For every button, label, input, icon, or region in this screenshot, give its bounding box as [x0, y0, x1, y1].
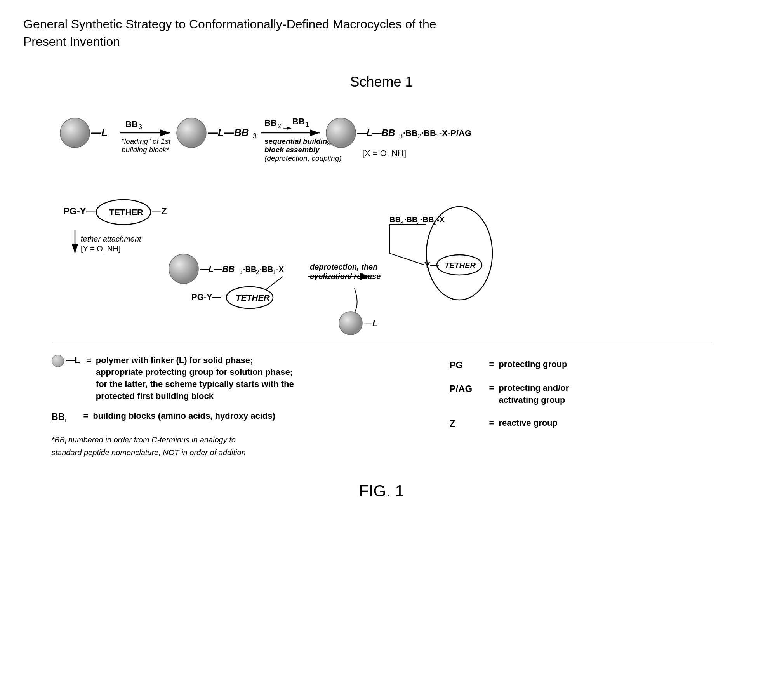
- scheme-container: Scheme 1 —L BB 3: [23, 74, 740, 458]
- svg-text:(deprotection, coupling): (deprotection, coupling): [264, 154, 342, 162]
- svg-text:BB: BB: [292, 117, 305, 126]
- svg-point-54: [426, 207, 492, 300]
- svg-text:block assembly: block assembly: [264, 146, 320, 154]
- svg-line-67: [389, 253, 424, 265]
- page-title: General Synthetic Strategy to Conformati…: [23, 16, 450, 50]
- svg-text:cyclization/ release: cyclization/ release: [310, 272, 381, 280]
- pag-desc: protecting and/oractivating group: [499, 382, 569, 406]
- z-desc: reactive group: [499, 417, 558, 429]
- svg-text:"loading" of 1st: "loading" of 1st: [122, 137, 171, 145]
- svg-text:BB: BB: [264, 118, 277, 128]
- pag-equals: =: [489, 382, 494, 394]
- bb-symbol: BBi: [52, 410, 79, 425]
- right-legend-pag: P/AG = protecting and/oractivating group: [450, 382, 712, 406]
- svg-text:—L: —L: [363, 319, 377, 328]
- svg-text:—L—BB: —L—BB: [200, 264, 235, 274]
- footnote: *BBi numbered in order from C-terminus i…: [52, 434, 419, 458]
- svg-text:TETHER: TETHER: [445, 261, 476, 270]
- pag-symbol: P/AG: [450, 382, 485, 395]
- svg-text:·BB: ·BB: [404, 215, 417, 224]
- svg-text:3: 3: [399, 133, 403, 139]
- svg-text:—L: —L: [91, 127, 108, 138]
- svg-text:·BB: ·BB: [421, 128, 436, 138]
- fig-label: FIG. 1: [23, 482, 740, 500]
- polymer-desc: polymer with linker (L) for solid phase;…: [96, 355, 419, 402]
- scheme-title: Scheme 1: [350, 74, 413, 90]
- svg-point-9: [177, 118, 206, 148]
- right-legend-z: Z = reactive group: [450, 417, 712, 430]
- svg-text:Y—: Y—: [424, 260, 439, 270]
- svg-text:-X: -X: [276, 265, 284, 273]
- svg-point-21: [326, 118, 356, 148]
- svg-text:3: 3: [239, 269, 243, 275]
- z-equals: =: [489, 417, 494, 429]
- svg-text:2: 2: [417, 133, 421, 139]
- diagram-area: —L BB 3 "loading" of 1st building block*…: [52, 102, 712, 335]
- svg-text:building block*: building block*: [122, 146, 169, 154]
- legend-right: PG = protecting group P/AG = protecting …: [450, 355, 712, 458]
- svg-text:1: 1: [433, 219, 436, 226]
- svg-text:-X-P/AG: -X-P/AG: [439, 128, 471, 138]
- svg-text:-X: -X: [437, 215, 445, 224]
- svg-text:TETHER: TETHER: [236, 293, 270, 303]
- svg-text:sequential building: sequential building: [264, 137, 332, 145]
- polymer-equals: =: [86, 355, 91, 367]
- svg-text:3: 3: [139, 124, 142, 130]
- svg-text:2: 2: [278, 123, 281, 129]
- svg-text:3: 3: [253, 132, 257, 140]
- legend-left: —L = polymer with linker (L) for solid p…: [52, 355, 419, 458]
- right-legend-pg: PG = protecting group: [450, 359, 712, 372]
- pg-symbol: PG: [450, 359, 485, 372]
- svg-text:·BB: ·BB: [243, 265, 256, 273]
- svg-text:PG-Y—: PG-Y—: [191, 292, 221, 302]
- svg-text:[X = O, NH]: [X = O, NH]: [362, 148, 406, 158]
- svg-text:1: 1: [306, 121, 309, 128]
- svg-point-52: [339, 312, 362, 335]
- polymer-symbol: —L: [66, 355, 80, 367]
- z-symbol: Z: [450, 417, 485, 430]
- svg-text:—L—BB: —L—BB: [207, 127, 249, 138]
- bb-desc: building blocks (amino acids, hydroxy ac…: [93, 410, 418, 422]
- svg-text:TETHER: TETHER: [109, 207, 143, 217]
- svg-text:·BB: ·BB: [403, 128, 418, 138]
- svg-text:PG-Y—: PG-Y—: [63, 206, 96, 216]
- svg-text:—L—BB: —L—BB: [357, 127, 395, 138]
- svg-text:1: 1: [272, 269, 276, 275]
- pg-equals: =: [489, 359, 494, 371]
- svg-text:BB: BB: [125, 119, 138, 129]
- pg-desc: protecting group: [499, 359, 567, 371]
- svg-point-37: [169, 254, 198, 284]
- svg-text:[Y = O, NH]: [Y = O, NH]: [81, 244, 120, 253]
- svg-text:·BB: ·BB: [421, 215, 434, 224]
- svg-text:2: 2: [256, 269, 259, 275]
- bb-equals: =: [83, 410, 89, 422]
- legend-item-bb: BBi = building blocks (amino acids, hydr…: [52, 410, 419, 425]
- svg-text:·BB: ·BB: [260, 265, 273, 273]
- legend-item-polymer: —L = polymer with linker (L) for solid p…: [52, 355, 419, 402]
- svg-text:—Z: —Z: [152, 206, 167, 216]
- svg-text:tether attachment: tether attachment: [81, 235, 142, 243]
- svg-text:BB: BB: [389, 215, 401, 224]
- legend-section: —L = polymer with linker (L) for solid p…: [52, 343, 712, 458]
- svg-text:deprotection, then: deprotection, then: [310, 263, 377, 271]
- polymer-sphere-icon: [52, 355, 64, 367]
- svg-point-2: [60, 118, 90, 148]
